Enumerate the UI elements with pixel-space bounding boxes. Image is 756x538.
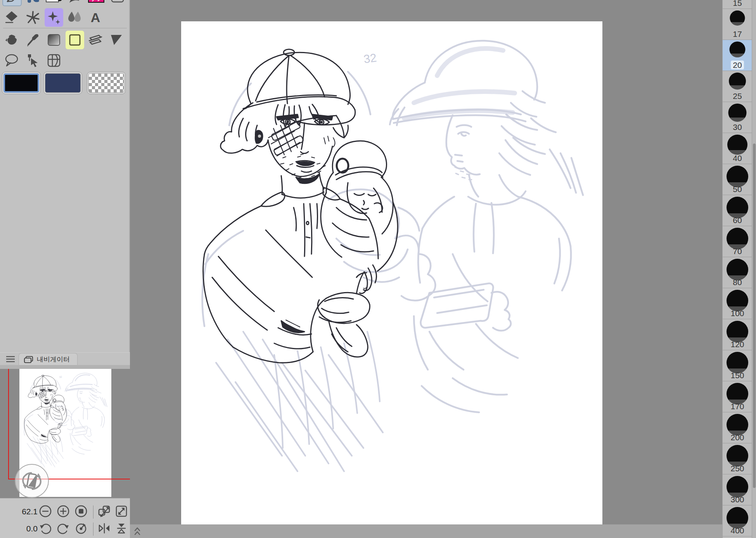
- navigator-tab[interactable]: 내비게이터: [19, 353, 78, 365]
- brush-size-label: 250: [723, 464, 752, 473]
- custom-pen-brush[interactable]: ペン0: [45, 0, 62, 6]
- brush-size-item-400[interactable]: 400: [723, 505, 752, 536]
- brush-size-label: 70: [723, 247, 752, 256]
- brush-size-label: 60: [723, 216, 752, 225]
- brush-size-item-20[interactable]: 20: [723, 40, 752, 71]
- rotate-canvas-icon: [20, 471, 44, 491]
- brush-size-item-15[interactable]: 15: [723, 0, 752, 9]
- zoom-percentage: 62.1: [12, 507, 38, 516]
- brush-size-item-17[interactable]: 17: [723, 9, 752, 40]
- toolbar-divider: [3, 28, 127, 28]
- navigator-thumbnail-art: [19, 369, 111, 479]
- navigator-tab-label: 내비게이터: [37, 355, 70, 364]
- brush-size-label: 15: [723, 0, 752, 8]
- brush-size-preview-circle: [727, 476, 748, 498]
- brush-size-item-40[interactable]: 40: [723, 133, 752, 164]
- reset-rotation-button[interactable]: [74, 522, 88, 535]
- sub-color-swatch[interactable]: [43, 72, 82, 94]
- brush-size-label: 50: [723, 185, 752, 194]
- brush-size-item-50[interactable]: 50: [723, 164, 752, 195]
- canvas-workspace[interactable]: [130, 0, 722, 524]
- airbrush-tool[interactable]: [24, 0, 42, 5]
- fill-tool[interactable]: [3, 31, 20, 48]
- brush-size-label: 17: [723, 29, 752, 39]
- eyedropper-icon: [26, 33, 40, 47]
- brush-size-item-120[interactable]: 120: [723, 319, 752, 350]
- decoration-tool[interactable]: [24, 9, 42, 26]
- brush-size-preview-circle: [727, 383, 748, 405]
- brush-size-item-25[interactable]: 25: [723, 71, 752, 102]
- expand-up-icon[interactable]: [134, 527, 141, 536]
- drawing-canvas[interactable]: [181, 21, 602, 524]
- brush-size-item-30[interactable]: 30: [723, 102, 752, 133]
- transparent-color-swatch[interactable]: [87, 72, 126, 94]
- brush-size-item-170[interactable]: 170: [723, 381, 752, 412]
- panel-menu-icon[interactable]: [6, 356, 16, 363]
- frame-tool[interactable]: [66, 31, 84, 49]
- brush-size-item-250[interactable]: 250: [723, 443, 752, 474]
- left-tool-panel: ペン0 サラ: [0, 0, 130, 538]
- ruler-tool[interactable]: [108, 31, 125, 48]
- zoom-in-button[interactable]: [57, 505, 70, 518]
- brush-size-preview-circle: [727, 321, 748, 343]
- brush-size-label: 200: [723, 433, 752, 442]
- brush-size-item-60[interactable]: 60: [723, 195, 752, 226]
- frame-icon: [68, 33, 81, 47]
- transparent-checkerboard: [88, 73, 124, 93]
- sara-label: サラ: [90, 0, 102, 2]
- object-select-tool[interactable]: [24, 52, 42, 69]
- rectangle-tool[interactable]: [109, 0, 126, 7]
- canvas-bottom-bar: [130, 524, 722, 538]
- main-color-black: [3, 73, 39, 93]
- blend-drop-tool[interactable]: [66, 9, 83, 26]
- navigator-preview-area[interactable]: [0, 369, 130, 498]
- flip-horizontal-button[interactable]: [98, 522, 111, 535]
- brush-size-item-70[interactable]: 70: [723, 226, 752, 257]
- rotate-left-button[interactable]: [39, 522, 52, 535]
- brush-size-preview-circle: [727, 197, 748, 218]
- navigator-controls: 62.1: [0, 498, 130, 538]
- brush-size-preview-circle: [727, 445, 748, 467]
- balloon-tool[interactable]: [3, 52, 20, 69]
- brush-size-preview-circle: [727, 352, 748, 374]
- zoom-100-button[interactable]: [74, 505, 88, 518]
- brush-size-preview-circle: [727, 166, 748, 187]
- water-drops-icon: [67, 11, 83, 24]
- flip-vertical-button[interactable]: [115, 522, 128, 535]
- navigator-header: 내비게이터: [0, 352, 130, 365]
- text-tool[interactable]: A: [87, 9, 104, 26]
- pen-tool[interactable]: [2, 0, 22, 6]
- rotate-right-button[interactable]: [57, 522, 70, 535]
- controls-divider-bottom: [93, 522, 93, 536]
- star-burst-icon: [26, 10, 40, 24]
- brush-size-preview-circle: [728, 104, 747, 122]
- brush-size-item-300[interactable]: 300: [723, 474, 752, 505]
- eyedropper-tool[interactable]: [24, 31, 42, 48]
- brush-size-label: 100: [723, 309, 752, 318]
- rotation-angle: 0.0: [12, 524, 38, 533]
- brush-size-item-150[interactable]: 150: [723, 350, 752, 381]
- layer-move-tool[interactable]: [87, 31, 104, 48]
- airbrush-icon: [26, 0, 40, 3]
- brush-size-preview-circle: [727, 414, 748, 436]
- grid-tool[interactable]: [45, 52, 62, 69]
- brush-size-item-100[interactable]: 100: [723, 288, 752, 319]
- eraser-tool[interactable]: [3, 9, 20, 26]
- triangle-ruler-icon: [109, 33, 123, 47]
- gradient-tool[interactable]: [45, 31, 62, 48]
- fit-to-window-button[interactable]: [115, 505, 128, 518]
- paint-bucket-icon: [5, 33, 19, 47]
- canvas-art: [181, 21, 602, 524]
- brush-size-preview-circle: [727, 259, 748, 280]
- sparkle-tool[interactable]: [45, 8, 63, 27]
- rotate-view-badge[interactable]: [15, 464, 49, 498]
- scrollbar-thumb[interactable]: [753, 144, 756, 488]
- fit-to-screen-button[interactable]: [98, 505, 111, 518]
- brush-panel-scrollbar[interactable]: [752, 0, 756, 538]
- zoom-out-button[interactable]: [39, 505, 52, 518]
- custom-sara-brush[interactable]: サラ: [88, 0, 105, 6]
- blending-brush[interactable]: [67, 0, 84, 6]
- main-color-swatch[interactable]: [2, 72, 41, 94]
- brush-size-item-80[interactable]: 80: [723, 257, 752, 288]
- brush-size-item-200[interactable]: 200: [723, 412, 752, 443]
